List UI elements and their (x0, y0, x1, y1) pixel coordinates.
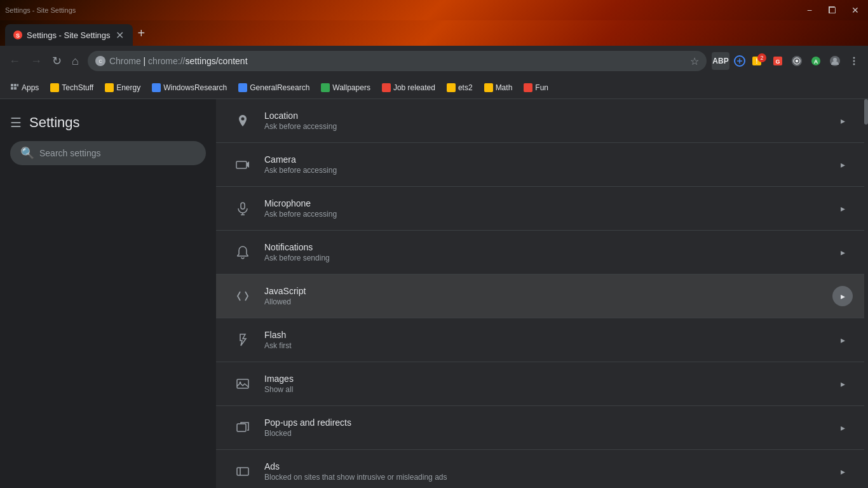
bookmark-generalresearch[interactable]: GeneralResearch (233, 81, 315, 95)
javascript-icon (231, 285, 254, 308)
svg-point-15 (853, 57, 855, 59)
flash-arrow: ▸ (832, 330, 853, 350)
svg-rect-29 (237, 424, 246, 431)
forward-button[interactable]: → (27, 51, 46, 72)
bookmark-math[interactable]: Math (479, 81, 518, 95)
camera-title: Camera (264, 154, 832, 165)
active-tab[interactable]: S Settings - Site Settings ✕ (5, 24, 133, 46)
ads-arrow: ▸ (832, 461, 853, 482)
bookmark-fun-icon (524, 83, 532, 92)
settings-item-location[interactable]: Location Ask before accessing ▸ (216, 99, 868, 143)
close-button[interactable]: ✕ (848, 4, 863, 17)
extension-icon-2[interactable]: ! 2 (750, 52, 768, 70)
notifications-subtitle: Ask before sending (264, 254, 832, 262)
settings-item-microphone[interactable]: Microphone Ask before accessing ▸ (216, 187, 868, 231)
camera-text: Camera Ask before accessing (264, 154, 832, 175)
flash-text: Flash Ask first (264, 330, 832, 350)
microphone-title: Microphone (264, 198, 832, 208)
settings-item-popups[interactable]: Pop-ups and redirects Blocked ▸ (216, 406, 868, 450)
svg-point-16 (853, 60, 855, 62)
menu-button[interactable] (845, 52, 863, 70)
camera-icon (231, 153, 254, 176)
settings-item-camera[interactable]: Camera Ask before accessing ▸ (216, 143, 868, 187)
images-arrow: ▸ (832, 374, 853, 394)
title-bar-left: Settings - Site Settings (5, 6, 76, 14)
svg-rect-18 (11, 84, 13, 86)
ads-subtitle: Blocked on sites that show intrusive or … (264, 473, 832, 482)
bookmark-fun[interactable]: Fun (519, 81, 553, 95)
bookmark-wallpapers-label: Wallpapers (332, 83, 370, 92)
bookmark-techstuff-icon (50, 83, 59, 92)
svg-text:C: C (98, 59, 102, 64)
scrollbar-thumb[interactable] (864, 99, 868, 125)
search-input[interactable] (39, 148, 196, 158)
images-text: Images Show all (264, 374, 832, 394)
hamburger-menu[interactable]: ☰ (10, 115, 22, 130)
search-box[interactable]: 🔍 (10, 141, 206, 165)
bookmark-math-label: Math (496, 83, 513, 92)
notifications-icon (231, 241, 254, 264)
svg-point-10 (796, 60, 798, 62)
svg-rect-24 (241, 203, 245, 209)
bookmark-windowsresearch-icon (152, 83, 161, 92)
tab-close-button[interactable]: ✕ (114, 28, 125, 43)
popups-text: Pop-ups and redirects Blocked (264, 417, 832, 438)
popups-subtitle: Blocked (264, 429, 832, 438)
bookmark-ets2[interactable]: ets2 (442, 81, 478, 95)
minimize-button[interactable]: − (803, 4, 816, 17)
title-bar-controls: − ⧠ ✕ (803, 4, 863, 17)
settings-item-notifications[interactable]: Notifications Ask before sending ▸ (216, 231, 868, 274)
url-scheme: Chrome (109, 56, 141, 66)
microphone-icon (231, 197, 254, 220)
location-icon (231, 109, 254, 132)
camera-subtitle: Ask before accessing (264, 166, 832, 175)
svg-point-17 (853, 64, 855, 65)
location-subtitle: Ask before accessing (264, 122, 832, 131)
svg-rect-19 (14, 84, 17, 86)
extension-icon-4[interactable] (788, 52, 806, 70)
back-button[interactable]: ← (5, 51, 24, 72)
bookmark-generalresearch-icon (238, 83, 247, 92)
url-display: Chrome | chrome://settings/content (109, 56, 684, 66)
settings-item-images[interactable]: Images Show all ▸ (216, 362, 868, 406)
omnibox-bar: ← → ↻ ⌂ C Chrome | chrome://settings/con… (0, 46, 868, 76)
javascript-subtitle: Allowed (264, 297, 832, 306)
svg-rect-23 (236, 161, 247, 168)
extension-icon-5[interactable]: A (807, 52, 825, 70)
settings-item-flash[interactable]: Flash Ask first ▸ (216, 318, 868, 362)
bookmark-wallpapers[interactable]: Wallpapers (316, 81, 376, 95)
svg-rect-22 (14, 87, 17, 90)
bookmark-generalresearch-label: GeneralResearch (250, 83, 309, 92)
home-button[interactable]: ⌂ (68, 51, 83, 72)
bookmark-jobreleated[interactable]: Job releated (377, 81, 440, 95)
abp-extension[interactable]: ABP (712, 52, 729, 70)
refresh-button[interactable]: ↻ (48, 50, 65, 72)
bookmark-techstuff-label: TechStuff (62, 83, 93, 92)
settings-item-javascript[interactable]: JavaScript Allowed ▸ (216, 274, 868, 318)
ads-icon (231, 460, 254, 483)
url-separator: | (144, 56, 149, 66)
svg-text:A: A (814, 58, 818, 65)
bookmark-techstuff[interactable]: TechStuff (45, 81, 98, 95)
extension-icon-1[interactable] (731, 52, 749, 70)
bookmark-energy[interactable]: Energy (100, 81, 146, 95)
profile-icon[interactable] (826, 52, 844, 70)
images-subtitle: Show all (264, 385, 832, 394)
bookmark-windowsresearch[interactable]: WindowsResearch (147, 81, 232, 95)
flash-subtitle: Ask first (264, 341, 832, 350)
extension-icon-3[interactable]: G (769, 52, 787, 70)
notifications-title: Notifications (264, 242, 832, 252)
url-path: chrome://settings/content (148, 56, 247, 66)
bookmark-star[interactable]: ☆ (690, 55, 699, 67)
bookmark-math-icon (484, 83, 493, 92)
bookmark-jobreleated-icon (382, 83, 391, 92)
camera-arrow: ▸ (832, 154, 853, 175)
maximize-button[interactable]: ⧠ (824, 4, 840, 17)
bookmark-apps[interactable]: Apps (5, 81, 44, 95)
settings-item-ads[interactable]: Ads Blocked on sites that show intrusive… (216, 450, 868, 488)
new-tab-button[interactable]: + (133, 24, 151, 43)
site-favicon: C (95, 56, 105, 66)
title-bar: Settings - Site Settings − ⧠ ✕ (0, 0, 868, 20)
address-bar[interactable]: C Chrome | chrome://settings/content ☆ (88, 51, 707, 71)
sidebar: ☰ Settings 🔍 (0, 99, 216, 488)
